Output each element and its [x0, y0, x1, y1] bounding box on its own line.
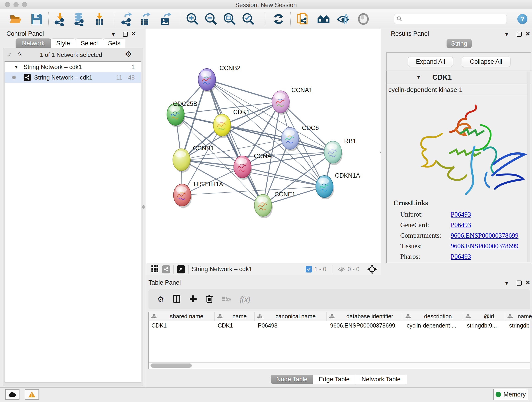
- node-label: CDC25B: [173, 100, 197, 107]
- delete-column-button[interactable]: [206, 294, 213, 304]
- table-cell: stringdb: [506, 321, 532, 330]
- network-node-CDKN1A[interactable]: CDKN1A: [316, 172, 360, 199]
- import-network-file-button[interactable]: [52, 12, 67, 26]
- tab-network-table[interactable]: Network Table: [355, 375, 407, 384]
- export-network-button[interactable]: [119, 12, 133, 26]
- network-node-HIST1H1A[interactable]: HIST1H1A: [173, 181, 223, 208]
- import-table-button[interactable]: [92, 12, 107, 26]
- network-selection-status: 1 of 1 Network selected: [25, 51, 117, 58]
- refresh-button[interactable]: [271, 12, 286, 26]
- tab-select[interactable]: Select: [75, 38, 104, 48]
- crosslink-label: Pharos:: [400, 253, 451, 260]
- zoom-out-button[interactable]: [204, 12, 218, 26]
- clone-network-button[interactable]: [296, 12, 310, 26]
- memory-button[interactable]: Memory: [493, 389, 528, 400]
- table-grid-icon: [96, 19, 103, 25]
- add-column-button[interactable]: [189, 295, 197, 304]
- open-session-button[interactable]: [9, 12, 23, 26]
- left-splitter-handle[interactable]: [142, 205, 145, 209]
- column-header-database-identifier[interactable]: database identifier: [327, 312, 403, 321]
- collection-label: String Network – cdk1: [24, 64, 82, 70]
- crosslink-label: Tissues:: [400, 242, 451, 250]
- network-collection-row[interactable]: ▼ String Network – cdk1 1: [5, 62, 141, 72]
- hidden-counts: 0 - 0: [348, 266, 360, 273]
- tab-style[interactable]: Style: [51, 38, 76, 48]
- crosslink-link[interactable]: 9606.ENSP00000378699: [451, 232, 519, 239]
- float-table-button[interactable]: ▾: [505, 280, 508, 287]
- network-canvas[interactable]: CCNB2CCNA1CDC25BCDK1CDC6RB1CCNB1CCNA2CDK…: [146, 29, 381, 263]
- hidden-eye-icon: [337, 266, 345, 273]
- tab-edge-table[interactable]: Edge Table: [313, 375, 355, 384]
- memory-status-dot: [496, 392, 501, 397]
- hscrollbar-thumb[interactable]: [151, 364, 192, 368]
- show-columns-button[interactable]: [173, 294, 181, 304]
- float-results-button[interactable]: ▾: [505, 31, 508, 38]
- cloud-status-button[interactable]: [5, 389, 19, 400]
- zoom-fit-button[interactable]: [222, 12, 237, 26]
- zoom-in-button[interactable]: [185, 12, 200, 26]
- crosslink-link[interactable]: P06493: [451, 253, 471, 260]
- collapse-all-tree-button[interactable]: ⌃⌃: [17, 51, 25, 58]
- column-header-name[interactable]: name: [215, 312, 254, 321]
- save-session-button[interactable]: [29, 12, 44, 26]
- zoom-selected-button[interactable]: [241, 12, 256, 26]
- network-row-selected[interactable]: String Network – cdk1 11 48: [5, 72, 141, 83]
- highlight-button[interactable]: [356, 12, 371, 26]
- network-options-gear-button[interactable]: ⚙: [125, 50, 132, 59]
- share-network-button[interactable]: [162, 265, 170, 274]
- import-network-from-database-button[interactable]: [71, 12, 86, 26]
- string-network-icon: [24, 74, 31, 81]
- collapse-triangle-icon[interactable]: ▼: [14, 64, 19, 70]
- collapse-all-button[interactable]: Collapse All: [462, 57, 510, 67]
- column-header-namespace[interactable]: namespace: [505, 312, 532, 321]
- protein-result-card: ▼ CDK1 cyclin-dependent kinase 1: [386, 71, 531, 263]
- results-scrollbar[interactable]: [527, 71, 530, 262]
- network-node-RB1[interactable]: RB1: [324, 138, 356, 165]
- protein-header-row[interactable]: ▼ CDK1: [386, 71, 531, 84]
- collapse-protein-icon[interactable]: ▼: [416, 75, 421, 80]
- crosslink-link[interactable]: P06493: [451, 211, 471, 218]
- node-label: CCNA2: [254, 153, 275, 160]
- selected-checkbox-icon[interactable]: [306, 266, 312, 273]
- search-input[interactable]: [403, 16, 502, 22]
- open-in-window-button[interactable]: [177, 265, 185, 274]
- crosslink-link[interactable]: P06493: [451, 221, 471, 229]
- close-results-button[interactable]: ✕: [525, 30, 530, 37]
- node-label: CDKN1A: [335, 172, 360, 179]
- export-image-button[interactable]: [158, 12, 172, 26]
- network-node-CCNE1[interactable]: CCNE1: [254, 191, 296, 218]
- table-row[interactable]: CDK1CDK1P064939606.ENSP00000378699cyclin…: [149, 321, 530, 330]
- maximize-panel-button[interactable]: [123, 32, 128, 37]
- close-panel-button[interactable]: ✕: [131, 30, 136, 37]
- tab-node-table[interactable]: Node Table: [271, 375, 313, 384]
- network-node-CCNA2[interactable]: CCNA2: [234, 153, 275, 180]
- maximize-table-button[interactable]: [517, 281, 522, 286]
- warnings-button[interactable]: [25, 389, 39, 400]
- float-panel-button[interactable]: ▾: [112, 31, 115, 38]
- show-hide-button[interactable]: [336, 12, 350, 26]
- column-header-canonical-name[interactable]: canonical name: [254, 312, 327, 321]
- tab-sets[interactable]: Sets: [103, 38, 125, 48]
- table-hscrollbar[interactable]: [149, 362, 530, 369]
- expand-all-tree-button[interactable]: ⌄⌄: [6, 51, 15, 58]
- column-header-description[interactable]: description: [403, 312, 463, 321]
- search-box[interactable]: [394, 14, 507, 24]
- zoom-out-icon: [204, 12, 218, 26]
- column-header--id[interactable]: @id: [463, 312, 505, 321]
- close-table-button[interactable]: ✕: [525, 279, 530, 286]
- maximize-results-button[interactable]: [517, 32, 522, 37]
- network-node-CCNA1[interactable]: CCNA1: [272, 87, 312, 115]
- expand-all-button[interactable]: Expand All: [408, 57, 453, 67]
- column-header-shared-name[interactable]: shared name: [149, 312, 215, 321]
- first-neighbors-button[interactable]: [316, 12, 331, 26]
- crosslink-row: Compartments:9606.ENSP00000378699: [400, 230, 524, 241]
- export-table-button[interactable]: [138, 12, 152, 26]
- fit-content-crosshair-button[interactable]: [367, 264, 377, 274]
- tab-string[interactable]: String: [447, 39, 472, 48]
- help-button[interactable]: ?: [517, 14, 527, 24]
- table-options-gear-button[interactable]: ⚙: [157, 295, 164, 304]
- birdseye-grid-button[interactable]: [151, 265, 159, 274]
- open-folder-icon: [9, 13, 23, 25]
- crosslink-link[interactable]: 9606.ENSP00000378699: [451, 242, 519, 250]
- tab-network[interactable]: Network: [16, 38, 51, 48]
